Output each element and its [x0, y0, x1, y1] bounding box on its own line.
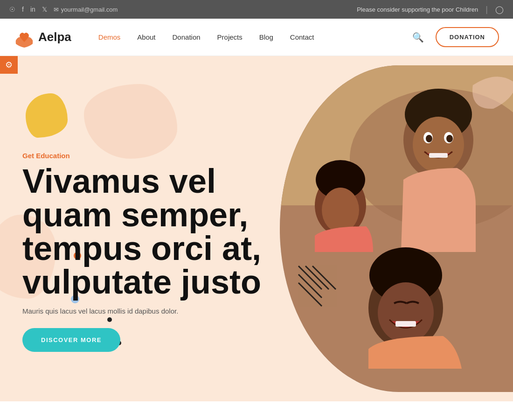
svg-rect-10 [429, 153, 448, 158]
hero-children-image [280, 65, 513, 392]
settings-gear-button[interactable]: ⚙ [0, 56, 18, 74]
svg-point-5 [413, 117, 464, 173]
nav-item-demos[interactable]: Demos [90, 19, 129, 56]
logo-icon [14, 27, 35, 48]
svg-point-8 [426, 135, 432, 142]
top-bar: ☉ f in 𝕏 ✉ yourmail@gmail.com Please con… [0, 0, 513, 19]
top-bar-left: ☉ f in 𝕏 ✉ yourmail@gmail.com [9, 6, 118, 13]
hero-title: Vivamus vel quam semper, tempus orci at,… [22, 164, 312, 299]
hero-subtitle: Mauris quis lacus vel lacus mollis id da… [22, 307, 312, 315]
hero-content: Get Education Vivamus vel quam semper, t… [18, 84, 312, 352]
discover-more-button[interactable]: DISCOVER MORE [22, 328, 120, 352]
nav-right: 🔍 DONATION [410, 27, 499, 47]
facebook-icon[interactable]: f [22, 6, 24, 13]
user-icon[interactable]: ◯ [495, 5, 504, 14]
search-icon: 🔍 [412, 32, 424, 42]
linkedin-icon[interactable]: in [30, 6, 35, 13]
svg-point-17 [322, 188, 359, 232]
hero-section: Get Education Vivamus vel quam semper, t… [0, 56, 513, 401]
svg-rect-14 [395, 321, 416, 327]
logo-text: Aelpa [38, 30, 71, 44]
email-address: yourmail@gmail.com [61, 6, 118, 13]
main-nav: Demos About Donation Projects Blog Conta… [90, 19, 410, 56]
header: ⚙ Aelpa Demos About Donation Projects Bl… [0, 19, 513, 56]
email-section: ✉ yourmail@gmail.com [54, 6, 118, 13]
logo[interactable]: Aelpa [14, 27, 71, 48]
instagram-icon[interactable]: ☉ [9, 6, 15, 13]
nav-item-blog[interactable]: Blog [251, 19, 282, 56]
svg-point-9 [446, 135, 453, 142]
twitter-icon[interactable]: 𝕏 [42, 6, 47, 13]
hero-tag: Get Education [22, 152, 312, 160]
nav-item-projects[interactable]: Projects [209, 19, 251, 56]
nav-item-contact[interactable]: Contact [282, 19, 323, 56]
hero-image-clip [280, 65, 513, 392]
nav-item-about[interactable]: About [129, 19, 164, 56]
email-icon: ✉ [54, 6, 59, 13]
hero-image-area [270, 56, 513, 401]
svg-point-13 [378, 282, 434, 343]
gear-icon: ⚙ [5, 60, 13, 70]
donation-button[interactable]: DONATION [436, 27, 499, 47]
top-bar-right: Please consider supporting the poor Chil… [357, 5, 504, 14]
nav-item-donation[interactable]: Donation [164, 19, 209, 56]
top-bar-notice: Please consider supporting the poor Chil… [357, 6, 478, 13]
search-button[interactable]: 🔍 [410, 29, 426, 45]
top-bar-divider: | [485, 5, 488, 14]
